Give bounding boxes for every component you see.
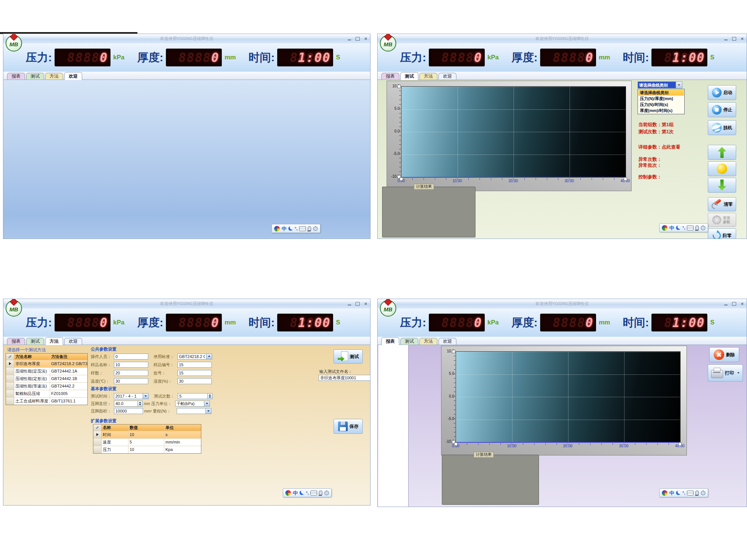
detail-params-link[interactable]: 详细参数：点此查看	[638, 144, 681, 150]
fullwidth-moon-icon[interactable]	[676, 491, 681, 495]
ime-logo-icon[interactable]	[285, 490, 291, 496]
soft-keyboard-icon[interactable]	[687, 225, 694, 230]
report-list-panel[interactable]	[378, 345, 409, 507]
combo-arrow-icon[interactable]	[143, 393, 149, 399]
axis-slider-handle[interactable]	[678, 442, 682, 446]
test-times-stepper[interactable]	[178, 393, 213, 399]
close-button[interactable]: ×	[364, 36, 367, 41]
send-params-button[interactable]: 发送参数	[708, 213, 736, 227]
spinner-icon[interactable]	[208, 393, 213, 399]
range-value[interactable]	[177, 408, 206, 414]
tab-method[interactable]: 方法	[45, 337, 63, 345]
ime-logo-icon[interactable]	[662, 490, 667, 496]
close-button[interactable]: ×	[741, 36, 744, 41]
pause-indicator-button[interactable]	[708, 161, 736, 176]
titlebar[interactable]: 欢迎使用YG026G压缩弹性仪 ×	[378, 34, 747, 44]
method-row[interactable]: 压缩性能(定压法) GBT24442.1A	[6, 368, 87, 375]
language-bar[interactable]: 中 °,	[659, 223, 708, 232]
delete-button[interactable]: 删除	[709, 347, 739, 362]
tab-method[interactable]: 方法	[45, 73, 63, 80]
method-row[interactable]: 絮棉制品压缩 FZ01005	[6, 390, 87, 398]
curve-type-option[interactable]: 厚度(mm)/时间(s)	[638, 108, 684, 113]
filename-input[interactable]	[319, 375, 370, 381]
move-up-button[interactable]	[708, 145, 736, 160]
test-date-value[interactable]	[114, 393, 143, 399]
print-button[interactable]: 打印	[708, 364, 743, 382]
tab-welcome[interactable]: 欢迎	[64, 338, 82, 345]
soft-keyboard-icon[interactable]	[687, 491, 694, 495]
axis-slider-handle[interactable]	[624, 177, 627, 181]
settings-icon[interactable]	[324, 491, 329, 495]
clear-button[interactable]: 清零	[708, 197, 736, 211]
titlebar[interactable]: 欢迎使用YG026G压缩弹性仪 ×	[3, 34, 370, 44]
axis-slider-handle[interactable]	[397, 85, 401, 88]
chinese-mode-icon[interactable]: 中	[293, 491, 298, 495]
chinese-mode-icon[interactable]: 中	[282, 226, 286, 231]
tab-report[interactable]: 报表	[7, 73, 25, 80]
combo-arrow-icon[interactable]	[207, 354, 212, 360]
maximize-button[interactable]	[356, 37, 360, 41]
batch-no-input[interactable]	[177, 370, 212, 376]
curve-type-option[interactable]: 请选择曲线类别	[638, 90, 684, 96]
dropdown-arrow-icon[interactable]	[676, 82, 682, 88]
ext-param-row[interactable]: 压力 10 Kpa	[93, 446, 201, 453]
move-down-button[interactable]	[708, 178, 736, 193]
close-button[interactable]: ×	[741, 301, 744, 306]
axis-slider-handle[interactable]	[400, 177, 403, 181]
temperature-input[interactable]	[114, 378, 148, 384]
axis-slider-handle[interactable]	[454, 442, 458, 446]
tab-welcome[interactable]: 欢迎	[438, 338, 456, 345]
sample-no-input[interactable]	[177, 362, 212, 368]
test-times-value[interactable]	[178, 393, 208, 399]
curve-type-select[interactable]: 请选择曲线类别	[638, 81, 682, 88]
fullwidth-moon-icon[interactable]	[300, 491, 304, 495]
foot-area-input[interactable]	[114, 408, 143, 414]
chinese-mode-icon[interactable]: 中	[669, 491, 674, 495]
minimize-button[interactable]	[724, 305, 728, 305]
method-row[interactable]: 土工合成材料厚度 GB/T13761.1	[6, 398, 87, 405]
punctuation-icon[interactable]: °,	[295, 227, 297, 231]
save-button[interactable]: 保存	[334, 419, 363, 434]
tab-test[interactable]: 测试	[400, 72, 418, 80]
curve-type-option[interactable]: 压力(N)/时间(s)	[638, 102, 684, 108]
sample-count-input[interactable]	[114, 370, 148, 376]
minimize-button[interactable]	[724, 40, 728, 40]
tab-welcome[interactable]: 欢迎	[64, 72, 82, 80]
punctuation-icon[interactable]: °,	[682, 491, 685, 495]
fullwidth-moon-icon[interactable]	[288, 226, 293, 231]
method-row[interactable]: 非织造布厚度 GBT24218.2 GB/T3820	[6, 360, 87, 368]
maximize-button[interactable]	[732, 37, 736, 41]
combo-arrow-icon[interactable]	[206, 408, 211, 414]
combo-arrow-icon[interactable]	[204, 401, 210, 407]
soft-keyboard-icon[interactable]	[299, 226, 306, 231]
standard-select[interactable]	[177, 354, 212, 360]
foot-diameter-stepper[interactable]	[114, 401, 143, 407]
axis-slider-handle[interactable]	[452, 350, 455, 353]
settings-icon[interactable]	[701, 225, 706, 230]
settings-icon[interactable]	[313, 226, 318, 231]
minimize-button[interactable]	[348, 40, 351, 40]
tab-welcome[interactable]: 欢迎	[438, 73, 456, 80]
maximize-button[interactable]	[356, 302, 360, 306]
microphone-icon[interactable]	[319, 491, 322, 495]
chinese-mode-icon[interactable]: 中	[669, 225, 674, 230]
run-test-button[interactable]: 测试	[334, 349, 363, 364]
microphone-icon[interactable]	[695, 491, 699, 495]
tab-report[interactable]: 报表	[381, 73, 399, 80]
titlebar[interactable]: 欢迎使用YG026G压缩弹性仪 ×	[3, 299, 370, 309]
offline-button[interactable]: 脱机	[708, 120, 736, 135]
punctuation-icon[interactable]: °,	[682, 226, 685, 230]
tab-test[interactable]: 测试	[400, 338, 418, 345]
tab-method[interactable]: 方法	[419, 338, 437, 345]
zero-button[interactable]: 归零	[708, 228, 736, 239]
curve-type-option[interactable]: 压力(N)/厚度(mm)	[638, 96, 684, 102]
language-bar[interactable]: 中 °,	[272, 224, 320, 233]
spinner-icon[interactable]	[138, 401, 143, 407]
humidity-input[interactable]	[177, 378, 212, 384]
standard-value[interactable]	[177, 354, 207, 360]
titlebar[interactable]: 欢迎使用YG026G压缩弹性仪 ×	[378, 299, 747, 309]
test-date-select[interactable]	[114, 393, 149, 399]
ext-param-row[interactable]: 速度 5 mm/min	[93, 439, 201, 446]
stop-button[interactable]: 停止	[708, 102, 736, 117]
language-bar[interactable]: 中 °,	[283, 488, 332, 497]
